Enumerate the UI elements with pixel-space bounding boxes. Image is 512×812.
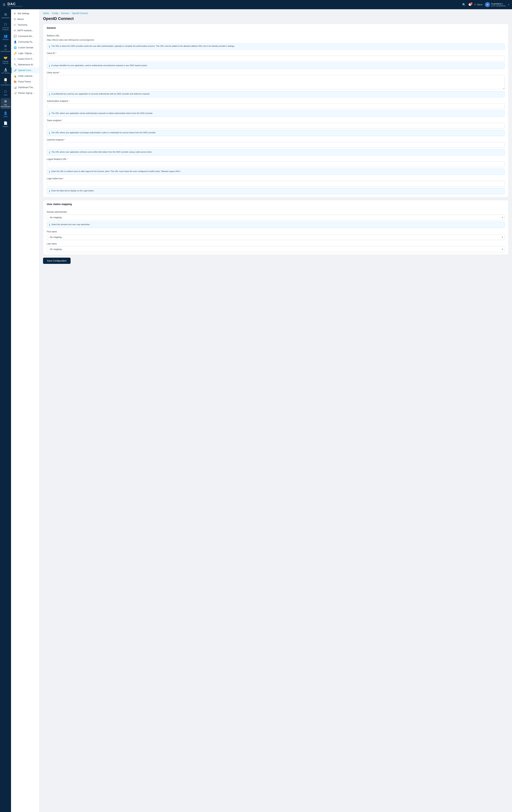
sidebar-item-users[interactable]: 👤 Users: [1, 110, 10, 119]
client-id-input[interactable]: [47, 56, 505, 61]
info-icon-userinfo: ℹ: [49, 151, 50, 154]
last-name-select[interactable]: - No mapping -: [47, 246, 505, 252]
save-configuration-button[interactable]: Save Configuration: [43, 258, 70, 264]
login-button-text-field: Login button text * ℹ Enter the label te…: [47, 175, 505, 194]
partners-icon: 👥: [4, 34, 7, 38]
generic-form-body: Redirect URL https://9to10.ddev.site:446…: [43, 32, 508, 197]
sec-item-partner-signup[interactable]: 📝 Partner Signup ...: [11, 90, 39, 96]
first-name-field: First name - No mapping - ▾: [43, 228, 508, 240]
sec-item-menus[interactable]: ☰ Menus: [11, 16, 39, 22]
generic-section: Generic Redirect URL https://9to10.ddev.…: [43, 24, 508, 197]
search-button[interactable]: 🔍: [462, 3, 466, 6]
notification-button[interactable]: 💬 1: [468, 3, 472, 6]
login-button-text-info-text: Enter the label text to display on the L…: [51, 190, 94, 192]
sidebar-item-partners[interactable]: 👥 Partners: [1, 33, 10, 42]
sec-item-portal-theme[interactable]: 🎨 Portal Theme: [11, 79, 39, 85]
sec-item-comments[interactable]: 💬 Comments Mo...: [11, 33, 39, 39]
first-name-select-wrapper: - No mapping - ▾: [47, 234, 505, 240]
hamburger-button[interactable]: ☰: [3, 3, 5, 6]
user-chevron-icon: ▾: [508, 3, 509, 6]
token-endpoint-required: *: [62, 119, 63, 122]
domain-admin-select[interactable]: - No mapping -: [47, 215, 505, 220]
login-button-text-label: Login button text *: [47, 177, 505, 180]
redirect-url-info-text: The URL to which the OIDC provider sends…: [51, 45, 235, 47]
info-icon-client-secret: ℹ: [49, 93, 50, 96]
client-secret-info-text: A confidential key used by your applicat…: [51, 93, 150, 95]
info-icon-domain-admin: ℹ: [49, 224, 50, 226]
last-name-label: Last name: [47, 242, 505, 245]
nav-left: ☰ DAC DIGITAL APICRAFT: [3, 2, 23, 7]
first-name-select[interactable]: - No mapping -: [47, 234, 505, 240]
sec-item-dashboard-theme[interactable]: 📊 Dashboard The...: [11, 85, 39, 90]
sidebar-item-dashboard[interactable]: ⊞ Dashboard: [1, 11, 10, 20]
smtp-icon: ✉: [14, 29, 16, 32]
breadcrumb-admin[interactable]: Admin: [43, 12, 49, 14]
subscriptions-icon: 📋: [4, 78, 7, 82]
breadcrumb: Admin › Config › Services › OpenID Conne…: [43, 12, 508, 14]
reports-icon: 📄: [4, 121, 7, 125]
last-name-field: Last name - No mapping - ▾: [43, 240, 508, 255]
logout-redirect-label: Logout Redirect URL *: [47, 158, 505, 161]
page-title: OpenID Connect: [43, 16, 508, 21]
sidebar-item-manage-partners[interactable]: 🤝 Manage Partners: [1, 55, 10, 66]
breadcrumb-config[interactable]: Config: [52, 12, 58, 14]
sidebar-item-reports[interactable]: 📄 Reports: [1, 120, 10, 129]
info-icon-token: ℹ: [49, 132, 50, 135]
manage-partners-icon: 🤝: [4, 56, 7, 60]
sec-item-login-signup[interactable]: 🔑 Login / Signup ...: [11, 51, 39, 56]
redirect-url-field: Redirect URL https://9to10.ddev.site:446…: [47, 32, 505, 50]
auth-endpoint-label: Authorization endpoint *: [47, 100, 505, 103]
sidebar-item-apps[interactable]: ⬡ Apps: [1, 88, 10, 97]
client-id-info: ℹ A unique identifier for your applicati…: [47, 63, 505, 69]
sidebar-item-apis-products[interactable]: ⬡ APIs and Products: [1, 21, 10, 32]
login-button-text-required: *: [63, 177, 64, 180]
client-id-info-text: A unique identifier for your application…: [51, 64, 147, 66]
sec-item-openid[interactable]: 🔗 OpenID Conn...: [11, 67, 39, 73]
sec-item-smtp[interactable]: ✉ SMTP Authenti...: [11, 28, 39, 33]
user-menu-button[interactable]: G Hi girishtest v girish.v@digitalapi...…: [485, 2, 509, 7]
secondary-sidebar: ⚙ Site Settings ☰ Menus 🏷 Taxonomy ✉ SMT…: [11, 9, 39, 812]
users-icon: 👤: [4, 111, 7, 115]
userinfo-endpoint-label: UserInfo endpoint *: [47, 139, 505, 141]
flag-icon: 🏳: [474, 3, 477, 6]
avatar: G: [485, 2, 490, 7]
domain-admin-field: Domain administrator - No mapping - ▾ ℹ …: [43, 208, 508, 228]
breadcrumb-current: OpenID Connect: [72, 12, 88, 14]
login-button-text-input[interactable]: [47, 181, 505, 186]
domain-admin-info-text: Select the domains this user may adminis…: [51, 223, 90, 226]
logo: DAC DIGITAL APICRAFT: [7, 2, 23, 7]
breadcrumb-sep-2: ›: [59, 12, 60, 14]
sidebar-item-api-testing[interactable]: 🔬 API Testing: [1, 66, 10, 76]
auth-endpoint-info: ℹ The URL where your application sends a…: [47, 111, 505, 117]
custom-error-icon: ⚠: [14, 58, 16, 60]
user-info: Hi girishtest v girish.v@digitalapi...: [491, 3, 507, 7]
domain-admin-label: Domain administrator: [47, 211, 505, 213]
apis-icon: ⬡: [4, 22, 7, 26]
breadcrumb-services[interactable]: Services: [61, 12, 69, 14]
sec-item-maintenance[interactable]: 🔧 Maintenance M...: [11, 62, 39, 67]
sec-item-custom-domain[interactable]: 🌐 Custom Domain: [11, 45, 39, 51]
userinfo-endpoint-input[interactable]: [47, 142, 505, 148]
language-selector[interactable]: 🏳 EN ▾: [474, 3, 483, 6]
client-secret-input[interactable]: [47, 75, 505, 89]
left-sidebar: ⊞ Dashboard ⬡ APIs and Products 👥 Partne…: [0, 9, 11, 812]
auth-endpoint-field: Authorization endpoint * ℹ The URL where…: [47, 97, 505, 117]
partner-signup-icon: 📝: [14, 92, 17, 94]
chevron-down-icon: ▾: [481, 3, 483, 6]
sidebar-item-subscriptions[interactable]: 📋 API Subscriptions: [1, 76, 10, 87]
auth-endpoint-input[interactable]: [47, 104, 505, 109]
logo-sub: DIGITAL APICRAFT: [7, 6, 23, 7]
logout-redirect-input[interactable]: [47, 162, 505, 167]
userinfo-endpoint-required: *: [64, 139, 65, 141]
sidebar-item-api-admin[interactable]: ⚙ API Administration: [1, 42, 10, 54]
sec-item-site-settings[interactable]: ⚙ Site Settings: [11, 11, 39, 16]
userinfo-endpoint-info: ℹ The URL where your application retriev…: [47, 149, 505, 155]
sec-item-saml[interactable]: 🔒 SAML Authenti...: [11, 73, 39, 79]
sec-item-community[interactable]: 👤 Community Pa...: [11, 39, 39, 45]
sec-item-taxonomy[interactable]: 🏷 Taxonomy: [11, 22, 39, 28]
token-endpoint-input[interactable]: [47, 123, 505, 128]
sidebar-item-site-admin[interactable]: ⚙ Site Administration: [1, 98, 10, 109]
sec-item-custom-error[interactable]: ⚠ Custom Error P...: [11, 56, 39, 62]
userinfo-endpoint-info-text: The URL where your application retrieves…: [51, 151, 152, 153]
client-secret-field: Client secret * ℹ A confidential key use…: [47, 69, 505, 97]
